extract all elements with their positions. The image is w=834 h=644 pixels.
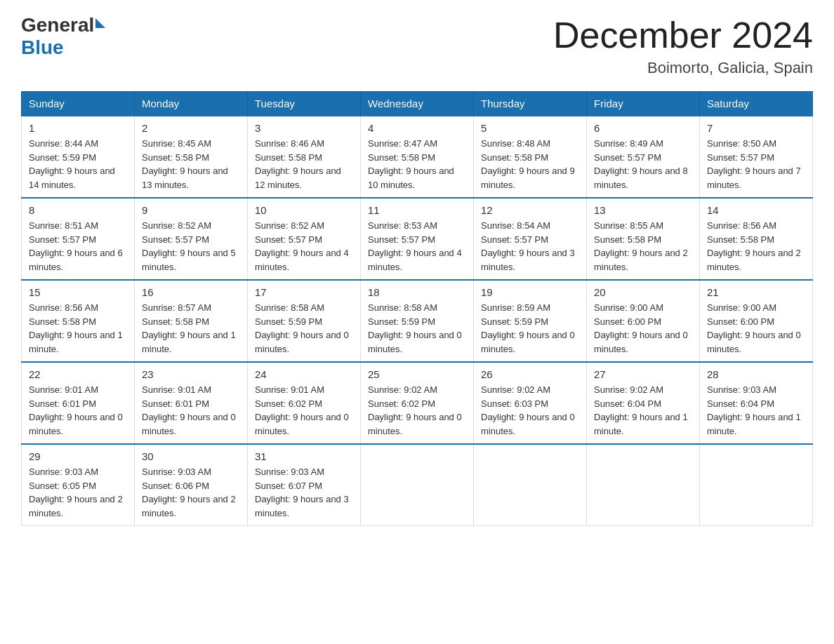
logo: General Blue: [21, 14, 105, 59]
day-number: 1: [29, 122, 127, 134]
day-info: Sunrise: 8:53 AMSunset: 5:57 PMDaylight:…: [368, 219, 466, 274]
page-header: General Blue December 2024 Boimorto, Gal…: [21, 14, 813, 77]
day-number: 22: [29, 368, 127, 380]
day-number: 25: [368, 368, 466, 380]
calendar-cell: 26 Sunrise: 9:02 AMSunset: 6:03 PMDaylig…: [474, 362, 587, 444]
calendar-cell: 18 Sunrise: 8:58 AMSunset: 5:59 PMDaylig…: [361, 280, 474, 362]
day-info: Sunrise: 8:44 AMSunset: 5:59 PMDaylight:…: [29, 137, 127, 192]
day-info: Sunrise: 9:01 AMSunset: 6:01 PMDaylight:…: [142, 383, 240, 438]
day-info: Sunrise: 9:01 AMSunset: 6:02 PMDaylight:…: [255, 383, 353, 438]
day-number: 31: [255, 450, 353, 462]
calendar-cell: 10 Sunrise: 8:52 AMSunset: 5:57 PMDaylig…: [248, 198, 361, 280]
calendar-cell: 17 Sunrise: 8:58 AMSunset: 5:59 PMDaylig…: [248, 280, 361, 362]
calendar-cell: 27 Sunrise: 9:02 AMSunset: 6:04 PMDaylig…: [587, 362, 700, 444]
day-info: Sunrise: 9:03 AMSunset: 6:07 PMDaylight:…: [255, 465, 353, 520]
calendar-cell: 4 Sunrise: 8:47 AMSunset: 5:58 PMDayligh…: [361, 116, 474, 198]
day-number: 29: [29, 450, 127, 462]
day-info: Sunrise: 9:01 AMSunset: 6:01 PMDaylight:…: [29, 383, 127, 438]
day-info: Sunrise: 8:59 AMSunset: 5:59 PMDaylight:…: [481, 301, 579, 356]
day-number: 23: [142, 368, 240, 380]
day-number: 10: [255, 204, 353, 216]
calendar-cell: 21 Sunrise: 9:00 AMSunset: 6:00 PMDaylig…: [700, 280, 813, 362]
day-info: Sunrise: 8:58 AMSunset: 5:59 PMDaylight:…: [368, 301, 466, 356]
day-info: Sunrise: 9:03 AMSunset: 6:06 PMDaylight:…: [142, 465, 240, 520]
logo-general-text: General: [21, 14, 94, 36]
day-info: Sunrise: 9:03 AMSunset: 6:05 PMDaylight:…: [29, 465, 127, 520]
day-number: 19: [481, 286, 579, 298]
day-info: Sunrise: 8:57 AMSunset: 5:58 PMDaylight:…: [142, 301, 240, 356]
weekday-header-sunday: Sunday: [22, 92, 135, 116]
day-number: 13: [594, 204, 692, 216]
day-number: 21: [707, 286, 805, 298]
weekday-header-row: SundayMondayTuesdayWednesdayThursdayFrid…: [22, 92, 813, 116]
logo-blue-text: Blue: [21, 36, 64, 59]
day-info: Sunrise: 9:03 AMSunset: 6:04 PMDaylight:…: [707, 383, 805, 438]
calendar-cell: 31 Sunrise: 9:03 AMSunset: 6:07 PMDaylig…: [248, 444, 361, 526]
month-title: December 2024: [553, 14, 813, 56]
day-number: 15: [29, 286, 127, 298]
calendar-cell: 13 Sunrise: 8:55 AMSunset: 5:58 PMDaylig…: [587, 198, 700, 280]
calendar-cell: 11 Sunrise: 8:53 AMSunset: 5:57 PMDaylig…: [361, 198, 474, 280]
day-number: 16: [142, 286, 240, 298]
calendar-cell: 20 Sunrise: 9:00 AMSunset: 6:00 PMDaylig…: [587, 280, 700, 362]
location-title: Boimorto, Galicia, Spain: [553, 59, 813, 77]
day-number: 7: [707, 122, 805, 134]
day-info: Sunrise: 8:56 AMSunset: 5:58 PMDaylight:…: [707, 219, 805, 274]
calendar-cell: 3 Sunrise: 8:46 AMSunset: 5:58 PMDayligh…: [248, 116, 361, 198]
day-number: 27: [594, 368, 692, 380]
day-number: 11: [368, 204, 466, 216]
calendar-cell: 6 Sunrise: 8:49 AMSunset: 5:57 PMDayligh…: [587, 116, 700, 198]
week-row-4: 22 Sunrise: 9:01 AMSunset: 6:01 PMDaylig…: [22, 362, 813, 444]
day-info: Sunrise: 8:47 AMSunset: 5:58 PMDaylight:…: [368, 137, 466, 192]
day-number: 2: [142, 122, 240, 134]
calendar-cell: 8 Sunrise: 8:51 AMSunset: 5:57 PMDayligh…: [22, 198, 135, 280]
calendar-cell: 14 Sunrise: 8:56 AMSunset: 5:58 PMDaylig…: [700, 198, 813, 280]
calendar-cell: 29 Sunrise: 9:03 AMSunset: 6:05 PMDaylig…: [22, 444, 135, 526]
calendar-cell: 5 Sunrise: 8:48 AMSunset: 5:58 PMDayligh…: [474, 116, 587, 198]
day-info: Sunrise: 8:51 AMSunset: 5:57 PMDaylight:…: [29, 219, 127, 274]
day-info: Sunrise: 8:52 AMSunset: 5:57 PMDaylight:…: [142, 219, 240, 274]
calendar-cell: [361, 444, 474, 526]
logo-triangle-icon: [95, 18, 105, 28]
calendar-cell: 19 Sunrise: 8:59 AMSunset: 5:59 PMDaylig…: [474, 280, 587, 362]
day-info: Sunrise: 9:02 AMSunset: 6:03 PMDaylight:…: [481, 383, 579, 438]
day-number: 3: [255, 122, 353, 134]
weekday-header-saturday: Saturday: [700, 92, 813, 116]
week-row-5: 29 Sunrise: 9:03 AMSunset: 6:05 PMDaylig…: [22, 444, 813, 526]
day-number: 24: [255, 368, 353, 380]
calendar-cell: 15 Sunrise: 8:56 AMSunset: 5:58 PMDaylig…: [22, 280, 135, 362]
calendar-cell: [700, 444, 813, 526]
weekday-header-wednesday: Wednesday: [361, 92, 474, 116]
day-number: 6: [594, 122, 692, 134]
day-number: 12: [481, 204, 579, 216]
day-number: 9: [142, 204, 240, 216]
weekday-header-monday: Monday: [135, 92, 248, 116]
calendar-cell: 16 Sunrise: 8:57 AMSunset: 5:58 PMDaylig…: [135, 280, 248, 362]
day-info: Sunrise: 8:54 AMSunset: 5:57 PMDaylight:…: [481, 219, 579, 274]
week-row-1: 1 Sunrise: 8:44 AMSunset: 5:59 PMDayligh…: [22, 116, 813, 198]
calendar-cell: [474, 444, 587, 526]
calendar-cell: 9 Sunrise: 8:52 AMSunset: 5:57 PMDayligh…: [135, 198, 248, 280]
day-info: Sunrise: 8:46 AMSunset: 5:58 PMDaylight:…: [255, 137, 353, 192]
day-number: 4: [368, 122, 466, 134]
day-info: Sunrise: 8:56 AMSunset: 5:58 PMDaylight:…: [29, 301, 127, 356]
day-info: Sunrise: 9:00 AMSunset: 6:00 PMDaylight:…: [594, 301, 692, 356]
title-area: December 2024 Boimorto, Galicia, Spain: [553, 14, 813, 77]
day-number: 18: [368, 286, 466, 298]
calendar-cell: 1 Sunrise: 8:44 AMSunset: 5:59 PMDayligh…: [22, 116, 135, 198]
weekday-header-friday: Friday: [587, 92, 700, 116]
day-number: 28: [707, 368, 805, 380]
day-info: Sunrise: 8:52 AMSunset: 5:57 PMDaylight:…: [255, 219, 353, 274]
week-row-3: 15 Sunrise: 8:56 AMSunset: 5:58 PMDaylig…: [22, 280, 813, 362]
week-row-2: 8 Sunrise: 8:51 AMSunset: 5:57 PMDayligh…: [22, 198, 813, 280]
weekday-header-tuesday: Tuesday: [248, 92, 361, 116]
calendar-cell: 30 Sunrise: 9:03 AMSunset: 6:06 PMDaylig…: [135, 444, 248, 526]
day-info: Sunrise: 8:50 AMSunset: 5:57 PMDaylight:…: [707, 137, 805, 192]
calendar-cell: 24 Sunrise: 9:01 AMSunset: 6:02 PMDaylig…: [248, 362, 361, 444]
calendar-cell: 12 Sunrise: 8:54 AMSunset: 5:57 PMDaylig…: [474, 198, 587, 280]
day-number: 17: [255, 286, 353, 298]
calendar-cell: 23 Sunrise: 9:01 AMSunset: 6:01 PMDaylig…: [135, 362, 248, 444]
day-number: 8: [29, 204, 127, 216]
calendar-cell: 22 Sunrise: 9:01 AMSunset: 6:01 PMDaylig…: [22, 362, 135, 444]
day-number: 20: [594, 286, 692, 298]
